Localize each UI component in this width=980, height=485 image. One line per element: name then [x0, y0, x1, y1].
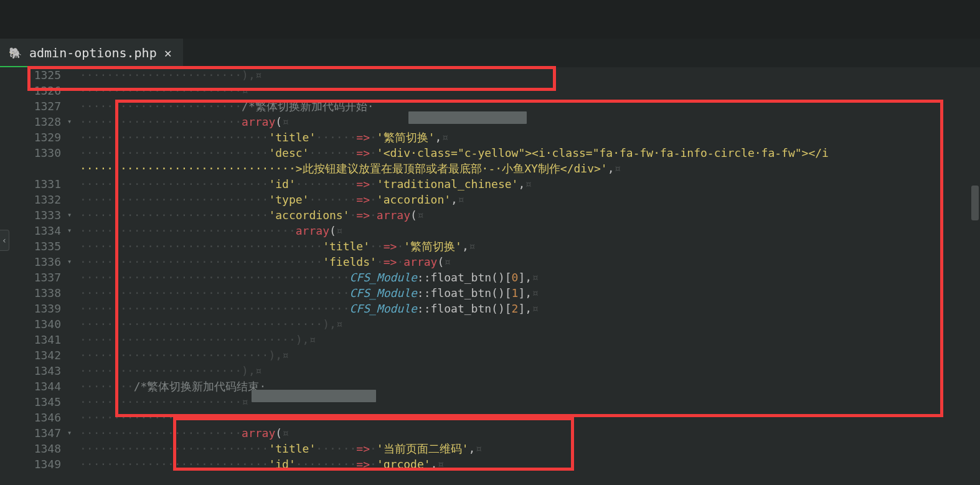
code-line[interactable]: ····························),¤ — [80, 347, 968, 363]
line-number: 1330 — [0, 145, 67, 161]
fold-marker[interactable] — [67, 456, 80, 472]
line-number: 1329 — [0, 129, 67, 145]
line-number: 1340 — [0, 316, 67, 332]
code-line[interactable]: ········································… — [80, 270, 968, 285]
code-line[interactable]: ····························'title'·····… — [80, 441, 968, 456]
line-number: 1338 — [0, 285, 67, 301]
code-line[interactable]: ························¤ — [80, 410, 968, 425]
redaction-bar — [408, 111, 527, 124]
fold-marker[interactable] — [67, 363, 80, 379]
code-line[interactable]: ····································'tit… — [80, 238, 968, 254]
fold-marker[interactable]: ▾ — [67, 114, 80, 129]
code-line[interactable]: ························array(¤ — [80, 425, 968, 441]
fold-marker[interactable] — [67, 394, 80, 410]
code-line[interactable]: ········/*繁体切换新加代码结束· — [80, 379, 968, 394]
fold-marker[interactable] — [67, 83, 80, 98]
line-number: 1342 — [0, 347, 67, 363]
line-number: 1344 — [0, 379, 67, 394]
line-number: 1327 — [0, 98, 67, 114]
line-number: 1347 — [0, 425, 67, 441]
line-number: 1333 — [0, 207, 67, 223]
fold-marker[interactable] — [67, 441, 80, 456]
window-titlebar-area — [0, 0, 980, 39]
code-line[interactable]: ····································'fie… — [80, 254, 968, 270]
code-line[interactable]: ····························'desc'······… — [80, 145, 968, 161]
code-content[interactable]: ························),¤ ············… — [80, 67, 980, 472]
line-number: 1348 — [0, 441, 67, 456]
line-number: 1339 — [0, 301, 67, 316]
code-line[interactable]: ························¤ — [80, 394, 968, 410]
scrollbar-thumb[interactable] — [971, 186, 979, 220]
line-number: 1336 — [0, 254, 67, 270]
line-number — [0, 161, 67, 176]
code-line[interactable]: ········································… — [80, 301, 968, 316]
code-line[interactable]: ····························'type'······… — [80, 192, 968, 207]
fold-marker[interactable] — [67, 285, 80, 301]
line-number: 1343 — [0, 363, 67, 379]
line-number: 1328 — [0, 114, 67, 129]
line-number: 1346 — [0, 410, 67, 425]
fold-marker[interactable] — [67, 332, 80, 347]
file-tab-label: admin-options.php — [29, 45, 157, 60]
redaction-bar — [252, 390, 376, 402]
code-line[interactable]: ························¤ — [80, 83, 968, 98]
fold-marker[interactable] — [67, 347, 80, 363]
line-number: 1332 — [0, 192, 67, 207]
fold-marker[interactable]: ▾ — [67, 254, 80, 270]
code-line[interactable]: ····························'title'·····… — [80, 129, 968, 145]
fold-marker[interactable] — [67, 129, 80, 145]
line-number: 1326 — [0, 83, 67, 98]
fold-marker[interactable] — [67, 161, 80, 176]
line-number: 1331 — [0, 176, 67, 192]
fold-marker[interactable] — [67, 270, 80, 285]
line-number: 1349 — [0, 456, 67, 472]
line-number: 1335 — [0, 238, 67, 254]
fold-marker[interactable]: ▾ — [67, 223, 80, 238]
fold-marker[interactable] — [67, 145, 80, 161]
fold-marker[interactable] — [67, 379, 80, 394]
panel-collapse-handle[interactable]: ‹ — [0, 230, 9, 251]
fold-marker[interactable] — [67, 316, 80, 332]
close-icon[interactable]: ✕ — [164, 45, 172, 60]
fold-marker[interactable] — [67, 176, 80, 192]
line-number: 1345 — [0, 394, 67, 410]
vertical-scrollbar[interactable] — [970, 134, 979, 471]
code-editor[interactable]: 1325 1326 1327 1328▾ 1329 1330 1331 1332… — [0, 67, 980, 485]
php-file-icon: 🐘 — [9, 47, 22, 59]
code-line[interactable]: ····························'id'········… — [80, 456, 968, 472]
code-line[interactable]: ····························'accordions'… — [80, 207, 968, 223]
fold-marker[interactable] — [67, 410, 80, 425]
code-line[interactable]: ································),¤ — [80, 332, 968, 347]
line-number: 1325 — [0, 67, 67, 83]
fold-marker[interactable]: ▾ — [67, 425, 80, 441]
fold-marker[interactable]: ▾ — [67, 207, 80, 223]
fold-marker[interactable] — [67, 98, 80, 114]
code-line[interactable]: ································array(¤ — [80, 223, 968, 238]
fold-marker[interactable] — [67, 301, 80, 316]
line-number: 1341 — [0, 332, 67, 347]
line-number: 1337 — [0, 270, 67, 285]
file-tab-active[interactable]: 🐘 admin-options.php ✕ — [0, 39, 183, 67]
editor-tab-bar: 🐘 admin-options.php ✕ — [0, 39, 980, 67]
line-number: 1334 — [0, 223, 67, 238]
code-line[interactable]: ························),¤ — [80, 363, 968, 379]
code-line[interactable]: ································>此按钮建议放置… — [80, 161, 968, 176]
fold-marker[interactable] — [67, 192, 80, 207]
fold-marker[interactable] — [67, 67, 80, 83]
fold-marker[interactable] — [67, 238, 80, 254]
code-line[interactable]: ········································… — [80, 285, 968, 301]
code-line[interactable]: ························),¤ — [80, 67, 968, 83]
code-line[interactable]: ····························'id'········… — [80, 176, 968, 192]
code-line[interactable]: ····································),¤ — [80, 316, 968, 332]
line-number-gutter: 1325 1326 1327 1328▾ 1329 1330 1331 1332… — [0, 67, 80, 472]
